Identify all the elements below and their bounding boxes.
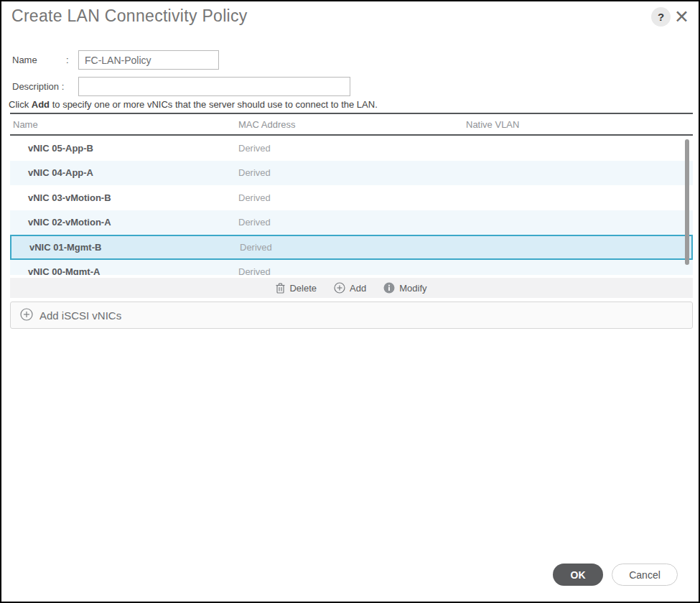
vnic-mac-address: Derived <box>238 192 466 203</box>
column-header-native-vlan[interactable]: Native VLAN <box>466 119 693 130</box>
column-header-name[interactable]: Name <box>10 119 238 130</box>
name-label: Name <box>12 55 66 65</box>
add-vnic-hint: Click Add to specify one or more vNICs t… <box>9 99 378 110</box>
vnic-mac-address: Derived <box>238 266 466 275</box>
dialog-footer: OK Cancel <box>553 564 678 586</box>
add-button[interactable]: Add <box>334 282 366 294</box>
help-icon[interactable]: ? <box>651 7 671 27</box>
plus-circle-icon <box>20 308 33 323</box>
vertical-scrollbar-thumb[interactable] <box>685 139 689 265</box>
table-toolbar: Delete Add Modify <box>10 278 693 298</box>
delete-button-label: Delete <box>289 283 317 294</box>
table-row[interactable]: vNIC 03-vMotion-BDerived <box>10 185 693 210</box>
create-lan-connectivity-policy-dialog: Create LAN Connectivity Policy ? ✕ Name … <box>0 0 700 603</box>
table-row[interactable]: vNIC 05-App-BDerived <box>10 136 693 161</box>
name-colon: : <box>66 55 78 65</box>
vnic-name: vNIC 02-vMotion-A <box>10 217 238 228</box>
vnic-mac-address: Derived <box>238 167 466 178</box>
vnic-name: vNIC 04-App-A <box>10 167 238 178</box>
description-label: Description : <box>12 81 78 92</box>
table-row[interactable]: vNIC 00-Mgmt-ADerived <box>10 260 693 276</box>
column-header-mac-address[interactable]: MAC Address <box>238 119 466 130</box>
add-iscsi-vnics-expander[interactable]: Add iSCSI vNICs <box>10 302 693 329</box>
info-circle-icon <box>383 282 395 294</box>
vnic-mac-address: Derived <box>238 143 466 154</box>
trash-icon <box>276 283 285 294</box>
add-button-label: Add <box>350 283 366 294</box>
close-icon[interactable]: ✕ <box>674 4 689 29</box>
vnic-mac-address: Derived <box>238 217 466 228</box>
description-input[interactable] <box>78 77 350 96</box>
ok-button[interactable]: OK <box>553 564 603 586</box>
description-field-row: Description : <box>12 77 350 96</box>
vnic-name: vNIC 03-vMotion-B <box>10 192 238 203</box>
modify-button[interactable]: Modify <box>383 282 426 294</box>
vnic-table-rows: vNIC 05-App-BDerivedvNIC 04-App-ADerived… <box>10 136 693 275</box>
vnic-table-header: Name MAC Address Native VLAN <box>10 113 693 136</box>
vnic-mac-address: Derived <box>240 242 467 253</box>
modify-button-label: Modify <box>399 283 426 294</box>
cancel-button[interactable]: Cancel <box>612 564 678 586</box>
dialog-title: Create LAN Connectivity Policy <box>11 6 248 26</box>
plus-circle-icon <box>334 282 345 294</box>
name-field-row: Name : <box>12 50 219 70</box>
name-input[interactable] <box>78 50 219 70</box>
add-iscsi-vnics-label: Add iSCSI vNICs <box>39 309 121 322</box>
vnic-name: vNIC 05-App-B <box>10 143 238 154</box>
vnic-table: Name MAC Address Native VLAN vNIC 05-App… <box>10 113 693 275</box>
delete-button[interactable]: Delete <box>276 283 317 294</box>
table-row[interactable]: vNIC 02-vMotion-ADerived <box>10 210 693 235</box>
vnic-name: vNIC 00-Mgmt-A <box>10 266 238 275</box>
table-row[interactable]: vNIC 04-App-ADerived <box>10 161 693 186</box>
table-row[interactable]: vNIC 01-Mgmt-BDerived <box>10 235 693 260</box>
vnic-name: vNIC 01-Mgmt-B <box>11 242 240 253</box>
